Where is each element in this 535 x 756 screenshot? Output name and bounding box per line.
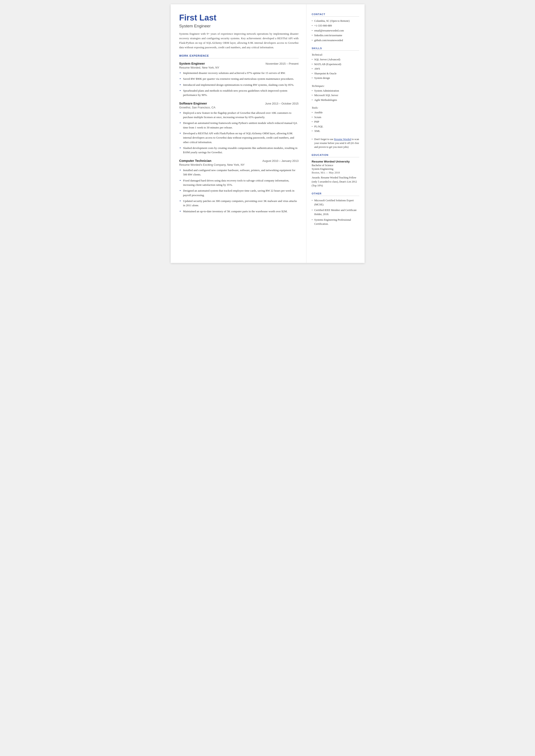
work-experience-header: WORK EXPERIENCE (179, 54, 299, 58)
contact-header: CONTACT (312, 13, 359, 16)
contact-list: Columbia, SC (Open to Remote) +1-335-900… (312, 19, 359, 42)
other-section: OTHER Microsoft Certified Solutions Expe… (312, 192, 359, 226)
contact-item-0: Columbia, SC (Open to Remote) (312, 19, 359, 23)
job-dates-3: August 2010 – January 2013 (263, 159, 299, 162)
tool-1: Scrum (312, 116, 359, 119)
bullet-2-3: Developed a RESTful API with Flask/Pytho… (179, 131, 299, 144)
tech-skill-2: AWS (312, 67, 359, 71)
bullet-3-5: Maintained an up-to-date inventory of 5K… (179, 209, 299, 213)
job-block-1: System Engineer November 2015 – Present … (179, 62, 299, 98)
tool-4: XML (312, 129, 359, 133)
skills-note: Don't forget to use Resume Worded to sca… (312, 137, 359, 149)
contact-item-2: email@resumeworded.com (312, 29, 359, 33)
job-dates-1: November 2015 – Present (266, 62, 298, 65)
other-item-1: Certified IEEE Member and Certificate Ho… (312, 208, 359, 216)
technique-0: System Administration (312, 89, 359, 93)
bullet-1-4: Spearheaded plans and methods to establi… (179, 89, 299, 98)
bullet-1-1: Implemented disaster recovery solutions … (179, 71, 299, 75)
skills-note-link[interactable]: Resume Worded (334, 138, 351, 141)
skills-note-prefix: Don't forget to use (314, 138, 334, 141)
bullet-3-3: Designed an automated system that tracke… (179, 188, 299, 197)
tech-skill-4: System design (312, 76, 359, 80)
bullet-3-1: Installed and configured new computer ha… (179, 168, 299, 177)
other-item-2: Systems Engineering Professional Certifi… (312, 218, 359, 226)
education-header: EDUCATION (312, 154, 359, 157)
edu-awards: Awards: Resume Worded Teaching Fellow (o… (312, 176, 359, 187)
job-block-3: Computer Technician August 2010 – Januar… (179, 159, 299, 213)
job-title-1: System Engineer (179, 62, 205, 65)
job-bullets-3: Installed and configured new computer ha… (179, 168, 299, 213)
job-bullets-2: Deployed a new feature in the flagship p… (179, 111, 299, 155)
edu-school: Resume Worded University (312, 160, 359, 163)
contact-section: CONTACT Columbia, SC (Open to Remote) +1… (312, 13, 359, 42)
tech-skill-1: MATLAB (Experienced) (312, 63, 359, 66)
tool-0: Ansible (312, 111, 359, 114)
bullet-2-1: Deployed a new feature in the flagship p… (179, 111, 299, 120)
tool-3: PL/SQL (312, 125, 359, 128)
techniques-list: System Administration Microsoft SQL Serv… (312, 89, 359, 102)
job-bullets-1: Implemented disaster recovery solutions … (179, 71, 299, 98)
tech-skill-3: Sharepoint & Oracle (312, 72, 359, 75)
job-dates-2: June 2013 – October 2015 (265, 102, 298, 105)
job-title-3: Computer Technician (179, 159, 211, 162)
bullet-1-3: Introduced and implemented design optimi… (179, 83, 299, 87)
job-company-1: Resume Worded, New York, NY (179, 66, 299, 69)
tool-2: PHP (312, 120, 359, 124)
edu-field: System Engineering (312, 167, 359, 171)
left-column: First Last System Engineer Systems Engin… (171, 4, 306, 263)
tools-list: Ansible Scrum PHP PL/SQL XML (312, 111, 359, 133)
contact-item-4: github.com/resumeworded (312, 39, 359, 42)
skills-section: SKILLS Technical: SQL Server (Advanced) … (312, 47, 359, 149)
right-column: CONTACT Columbia, SC (Open to Remote) +1… (306, 4, 365, 263)
tech-skill-0: SQL Server (Advanced) (312, 58, 359, 61)
job-block-2: Software Engineer June 2013 – October 20… (179, 102, 299, 155)
other-item-0: Microsoft Certified Solutions Expert (MC… (312, 199, 359, 207)
job-title-2: Software Engineer (179, 102, 207, 105)
edu-degree: Bachelor of Science (312, 164, 359, 167)
other-list: Microsoft Certified Solutions Expert (MC… (312, 199, 359, 226)
tools-label: Tools: (312, 106, 359, 109)
technical-label: Technical: (312, 53, 359, 56)
education-section: EDUCATION Resume Worded University Bache… (312, 154, 359, 187)
job-header-1: System Engineer November 2015 – Present (179, 62, 299, 65)
bullet-2-4: Slashed development costs by creating re… (179, 146, 299, 155)
name-title-block: First Last System Engineer (179, 13, 299, 28)
edu-dates: Boston, MA — May 2018 (312, 171, 359, 174)
candidate-name: First Last (179, 13, 299, 22)
bullet-1-2: Saved RW $90K per quarter via extensive … (179, 77, 299, 81)
candidate-title: System Engineer (179, 24, 299, 28)
bullet-3-2: Fixed damaged hard drives using data rec… (179, 179, 299, 187)
job-company-3: Resume Worded's Exciting Company, New Yo… (179, 163, 299, 166)
job-header-2: Software Engineer June 2013 – October 20… (179, 102, 299, 105)
bullet-3-4: Updated security patches on 300 company … (179, 199, 299, 208)
resume-page: First Last System Engineer Systems Engin… (171, 4, 365, 263)
technical-skills-list: SQL Server (Advanced) MATLAB (Experience… (312, 58, 359, 80)
bullet-2-2: Designed an automated testing framework … (179, 121, 299, 130)
technique-2: Agile Methodologies (312, 98, 359, 102)
other-header: OTHER (312, 192, 359, 196)
techniques-label: Techniques: (312, 84, 359, 88)
summary-text: Systems Engineer with 9+ years of experi… (179, 32, 299, 49)
contact-item-3: linkedin.com/in/username (312, 34, 359, 37)
job-company-2: Growthsi, San Francisco, CA (179, 106, 299, 109)
technique-1: Microsoft SQL Server (312, 94, 359, 97)
contact-item-1: +1-335-900-889 (312, 24, 359, 28)
skills-header: SKILLS (312, 47, 359, 51)
job-header-3: Computer Technician August 2010 – Januar… (179, 159, 299, 162)
